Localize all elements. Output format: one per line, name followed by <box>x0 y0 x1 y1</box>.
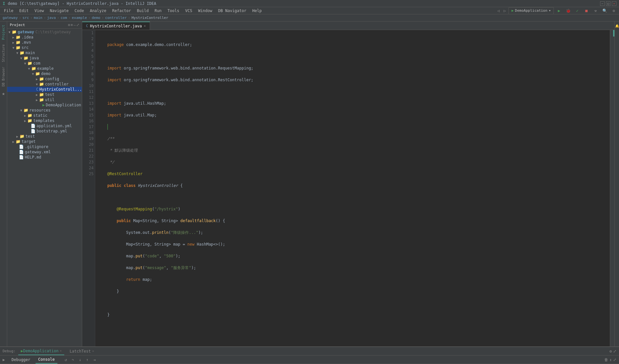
tree-help-md[interactable]: 📄 HELP.md <box>7 155 82 160</box>
tree-templates[interactable]: ▶ 📁 templates <box>7 118 82 123</box>
maximize-button[interactable]: □ <box>606 1 611 6</box>
tree-root[interactable]: ▼ 📁 gateway C:\test\gateway <box>7 29 82 35</box>
nav-forward-icon[interactable]: ▷ <box>502 8 507 13</box>
tree-mvn[interactable]: ▶ 📁 .mvn <box>7 40 82 45</box>
tree-hystrix-controller[interactable]: C HystrixControll... <box>7 87 82 92</box>
debug-settings-icon[interactable]: ⚙ <box>610 349 612 354</box>
nav-back-icon[interactable]: ◁ <box>496 8 501 13</box>
nav-example[interactable]: example <box>72 16 87 20</box>
minimize-button[interactable]: — <box>600 1 605 6</box>
sidebar-layout-icon[interactable]: ≡ <box>71 23 73 27</box>
tree-gitignore[interactable]: 📄 .gitignore <box>7 144 82 149</box>
menu-view[interactable]: View <box>32 8 47 14</box>
tree-resources[interactable]: ▼ 📁 resources <box>7 108 82 113</box>
nav-com[interactable]: com <box>61 16 67 20</box>
session-tab-debugger[interactable]: Debugger <box>9 356 33 364</box>
tree-test-folder[interactable]: ▶ 📁 test <box>7 92 82 97</box>
run-config-dropdown-icon[interactable]: ▾ <box>549 8 551 13</box>
tree-java[interactable]: ▼ 📁 java <box>7 55 82 61</box>
nav-class[interactable]: HystrixController <box>131 16 168 20</box>
code-editor[interactable]: package com.example.demo.controller; imp… <box>95 30 610 346</box>
tree-test-src[interactable]: ▶ 📁 test <box>7 134 82 139</box>
nav-controller[interactable]: controller <box>105 16 127 20</box>
sidebar-minimize-icon[interactable]: — <box>73 23 76 27</box>
settings-button[interactable]: ⚙ <box>610 7 618 15</box>
nav-gateway[interactable]: gateway <box>3 16 18 20</box>
project-icon[interactable]: Project <box>1 23 6 42</box>
code-line-14: public class HystrixController { <box>98 183 607 189</box>
structure-icon[interactable]: Structure <box>1 42 6 64</box>
sidebar-expand-icon[interactable]: ⤢ <box>76 23 79 27</box>
tree-demo-app[interactable]: ▶ DemoApplication <box>7 102 82 108</box>
tab-close-button[interactable]: × <box>144 24 146 28</box>
build-button[interactable]: ⚒ <box>592 7 599 15</box>
debug-tab-demo-app-close[interactable]: × <box>60 349 62 353</box>
menu-db-navigator[interactable]: DB Navigator <box>216 8 249 14</box>
tree-util[interactable]: ▶ 📁 util <box>7 97 82 102</box>
code-view[interactable]: 1 2 3 4 5 6 7 8 9 10 11 12 13 14 15 16 1… <box>82 30 614 346</box>
line-num-6: 6 <box>83 59 94 65</box>
run-button[interactable]: ▶ <box>555 7 563 15</box>
debug-button[interactable]: 🐞 <box>564 7 572 15</box>
menu-run[interactable]: Run <box>152 8 164 14</box>
coverage-button[interactable]: ✓ <box>573 7 581 15</box>
menu-window[interactable]: Window <box>195 8 215 14</box>
tree-com[interactable]: ▼ 📁 com <box>7 61 82 66</box>
step-over-icon[interactable]: ↷ <box>70 356 76 363</box>
tree-example[interactable]: ▼ 📁 example <box>7 66 82 71</box>
tree-controller-label: controller <box>45 82 68 86</box>
menu-analyze[interactable]: Analyze <box>87 8 109 14</box>
tree-controller[interactable]: ▼ 📁 controller <box>7 82 82 87</box>
notifications-icon[interactable]: 🔔 <box>614 23 619 29</box>
sidebar-settings-icon[interactable]: ⚙ <box>68 23 70 27</box>
console-clear-icon[interactable]: 🗑 <box>604 357 608 362</box>
restart-icon[interactable]: ↺ <box>63 356 69 363</box>
console-expand-icon[interactable]: ⤢ <box>613 357 616 362</box>
tree-application-yml[interactable]: 📄 application.yml <box>7 123 82 129</box>
menu-build[interactable]: Build <box>134 8 151 14</box>
tree-idea[interactable]: ▶ 📁 .idea <box>7 35 82 40</box>
console-scroll-icon[interactable]: ↕ <box>610 357 612 362</box>
debug-tab-latch-test[interactable]: LatchTest × <box>67 347 97 355</box>
menu-tools[interactable]: Tools <box>165 8 182 14</box>
editor-scrollbar[interactable] <box>610 30 614 346</box>
menu-refactor[interactable]: Refactor <box>110 8 134 14</box>
nav-src[interactable]: src <box>23 16 29 20</box>
menu-navigate[interactable]: Navigate <box>47 8 71 14</box>
tree-src[interactable]: ▼ 📁 src <box>7 45 82 50</box>
menu-edit[interactable]: Edit <box>17 8 31 14</box>
tree-bootstrap-yml[interactable]: 📄 bootstrap.yml <box>7 129 82 134</box>
resources-folder-icon: 📁 <box>23 108 28 113</box>
nav-java[interactable]: java <box>47 16 56 20</box>
tree-demo[interactable]: ▼ 📁 demo <box>7 71 82 76</box>
db-browser-icon[interactable]: DB Browser <box>1 65 6 88</box>
step-out-icon[interactable]: ↑ <box>84 356 91 363</box>
run-to-cursor-icon[interactable]: ⇥ <box>91 356 98 363</box>
tree-controller-arrow: ▼ <box>36 83 39 86</box>
favorites-icon[interactable]: ★ <box>1 89 7 98</box>
menu-code[interactable]: Code <box>72 8 87 14</box>
stop-button[interactable]: ■ <box>582 7 590 15</box>
debug-tab-latch-test-close[interactable]: × <box>92 349 94 353</box>
session-tab-console[interactable]: Console <box>36 356 57 364</box>
menu-file[interactable]: File <box>1 8 16 14</box>
tree-target[interactable]: ▶ 📁 target <box>7 139 82 144</box>
step-into-icon[interactable]: ↓ <box>77 356 83 363</box>
debug-tab-demo-app[interactable]: ▶ DemoApplication × <box>18 347 65 355</box>
nav-main[interactable]: main <box>34 16 42 20</box>
scroll-position-indicator <box>613 30 614 37</box>
menu-help[interactable]: Help <box>249 8 264 14</box>
debug-resume-icon[interactable]: ▶ <box>3 357 5 362</box>
tree-gateway-xml[interactable]: 📄 gateway.xml <box>7 149 82 155</box>
nav-demo[interactable]: demo <box>92 16 100 20</box>
search-button[interactable]: 🔍 <box>601 7 609 15</box>
tab-hystrix-controller[interactable]: C HystrixController.java × <box>82 22 150 30</box>
tree-main[interactable]: ▼ 📁 main <box>7 50 82 55</box>
tree-test-src-arrow: ▶ <box>16 135 20 138</box>
tree-config[interactable]: ▶ 📁 config <box>7 76 82 82</box>
debug-expand-icon[interactable]: ⤢ <box>613 349 616 354</box>
close-button[interactable]: × <box>612 1 616 6</box>
run-config-selector[interactable]: ▶ DemoApplication ▾ <box>508 7 554 14</box>
tree-static[interactable]: ▶ 📁 static <box>7 113 82 118</box>
menu-vcs[interactable]: VCS <box>183 8 195 14</box>
